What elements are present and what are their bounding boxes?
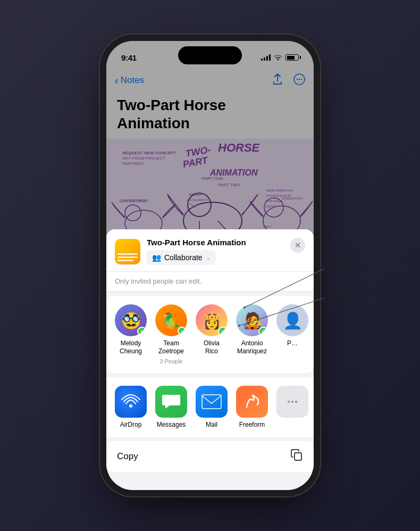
contact-name-olivia: OliviaRico (204, 339, 220, 355)
contact-melody[interactable]: 🥸 ✉ MelodyCheung (115, 304, 147, 364)
annotation-permissions: Spremenite dostop in dovoljenja. (329, 287, 387, 308)
share-sheet: Two-Part Horse Animation 👥 Collaborate ⌄… (106, 229, 314, 490)
messages-badge: ✉ (137, 327, 147, 336)
messages-label: Messages (157, 421, 186, 428)
share-note-title: Two-Part Horse Animation (147, 238, 305, 247)
app-messages[interactable]: Messages (155, 386, 187, 428)
chevron-down-icon: ⌄ (206, 254, 211, 261)
annotation-collaborate: Izberite Collaborate. (329, 262, 390, 270)
contact-name-team: Team Zoetrope (155, 339, 187, 355)
app-mail[interactable]: Mail (196, 386, 228, 428)
contact-team-zoetrope[interactable]: 🦜 ✉ Team Zoetrope 3 People (155, 304, 187, 364)
contact-avatar-olivia: 👸 ✉ (196, 304, 228, 336)
contact-olivia[interactable]: 👸 ✉ OliviaRico (196, 304, 228, 364)
mail-icon (196, 386, 228, 418)
airdrop-label: AirDrop (120, 421, 142, 428)
contacts-scroll: 🥸 ✉ MelodyCheung 🦜 ✉ (106, 304, 314, 364)
collaborate-icon: 👥 (152, 253, 161, 262)
messages-badge-olivia: ✉ (218, 327, 228, 336)
share-header-info: Two-Part Horse Animation 👥 Collaborate ⌄ (147, 238, 305, 265)
note-icon (115, 239, 140, 264)
app-more[interactable] (276, 386, 308, 428)
contact-partial[interactable]: 👤 P… (276, 304, 308, 364)
contact-name-melody: MelodyCheung (120, 339, 142, 355)
airdrop-icon (115, 386, 147, 418)
more-icon (276, 386, 308, 418)
permissions-text: Only invited people can edit. (115, 277, 201, 285)
freeform-label: Freeform (239, 421, 265, 428)
copy-label: Copy (117, 451, 138, 462)
share-header: Two-Part Horse Animation 👥 Collaborate ⌄… (106, 229, 314, 272)
contact-avatar-team: 🦜 ✉ (155, 304, 187, 336)
contact-avatar-partial: 👤 (276, 304, 308, 336)
messages-badge-antonio: ✉ (258, 327, 268, 336)
phone-frame: 9:41 (106, 41, 314, 490)
copy-row[interactable]: Copy (106, 441, 314, 472)
contacts-row: 🥸 ✉ MelodyCheung 🦜 ✉ (106, 296, 314, 373)
svg-point-48 (295, 401, 297, 403)
app-freeform[interactable]: Freeform (236, 386, 268, 428)
mail-label: Mail (206, 421, 217, 428)
copy-icon (290, 449, 303, 464)
contact-antonio[interactable]: 🧑‍🎤 ✉ AntonioManriquez (236, 304, 268, 364)
svg-rect-49 (295, 453, 301, 460)
share-permissions[interactable]: Only invited people can edit. (106, 272, 314, 292)
collaborate-label: Collaborate (164, 253, 203, 262)
svg-point-47 (291, 401, 293, 403)
apps-scroll: AirDrop Messages (106, 386, 314, 428)
contact-avatar-antonio: 🧑‍🎤 ✉ (236, 304, 268, 336)
collaborate-dropdown[interactable]: 👥 Collaborate ⌄ (147, 250, 216, 265)
messages-icon (155, 386, 187, 418)
freeform-icon (236, 386, 268, 418)
contact-avatar-melody: 🥸 ✉ (115, 304, 147, 336)
apps-row: AirDrop Messages (106, 377, 314, 437)
svg-point-46 (288, 401, 290, 403)
contact-name-antonio: AntonioManriquez (237, 339, 267, 355)
close-icon: ✕ (295, 242, 301, 249)
app-airdrop[interactable]: AirDrop (115, 386, 147, 428)
contact-sub-team: 3 People (159, 358, 182, 364)
svg-rect-45 (202, 395, 221, 409)
contact-name-partial: P… (287, 339, 298, 347)
svg-point-44 (129, 404, 132, 408)
